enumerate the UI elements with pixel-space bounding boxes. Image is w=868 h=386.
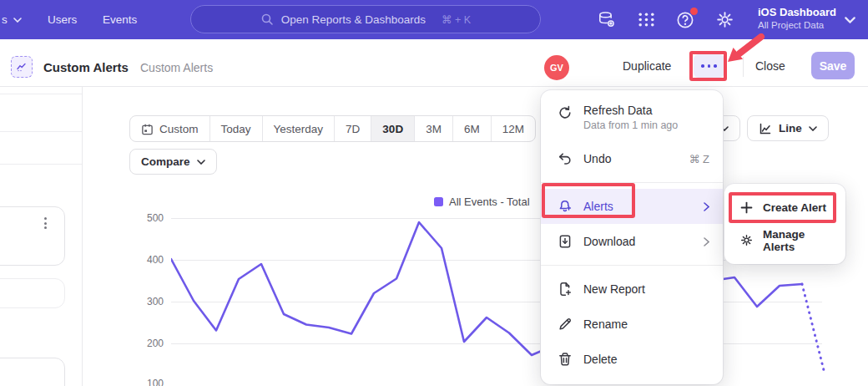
sidebar-row-divider [0, 94, 82, 94]
notification-dot [690, 8, 698, 15]
compare-button[interactable]: Compare [129, 149, 217, 175]
nav-users-label: Users [48, 13, 77, 26]
top-nav: s Users Events Open Reports & Dashboards… [0, 0, 868, 39]
gear-icon [739, 233, 754, 247]
query-card[interactable] [0, 358, 65, 386]
avatar-initials: GV [550, 63, 563, 73]
date-range-control: Custom Today Yesterday 7D 30D 3M 6M 12M [129, 115, 536, 142]
alerts-submenu: Create Alert Manage Alerts [724, 184, 845, 264]
manage-alerts-label: Manage Alerts [763, 228, 834, 253]
date-range-6m[interactable]: 6M [452, 116, 491, 141]
date-range-30d-selected[interactable]: 30D [371, 116, 414, 141]
bell-plus-icon [558, 199, 573, 214]
avatar[interactable]: GV [544, 55, 569, 80]
date-range-label: Custom [159, 123, 199, 135]
query-card[interactable] [0, 206, 65, 266]
search-placeholder: Open Reports & Dashboards [281, 13, 426, 26]
apps-grid-icon[interactable] [636, 9, 657, 30]
menu-item-alerts[interactable]: Alerts [541, 189, 723, 224]
date-range-7d[interactable]: 7D [334, 116, 371, 141]
undo-icon [558, 151, 573, 166]
menu-undo-label: Undo [583, 152, 611, 165]
chart-line-projected [802, 284, 825, 373]
y-axis-tick: 100 [139, 378, 164, 386]
date-range-12m[interactable]: 12M [491, 116, 535, 141]
submenu-item-create-alert[interactable]: Create Alert [724, 191, 845, 224]
save-button[interactable]: Save [811, 52, 855, 79]
chevron-down-icon [13, 18, 22, 23]
more-dot [708, 64, 711, 68]
menu-alerts-label: Alerts [583, 200, 613, 213]
menu-item-rename[interactable]: Rename [541, 307, 723, 342]
settings-gear-icon[interactable] [714, 9, 735, 30]
sidebar-row-divider [0, 131, 82, 132]
report-header: Custom Alerts Custom Alerts GV Duplicate… [0, 39, 868, 87]
y-axis-tick: 500 [139, 212, 164, 224]
calendar-icon [141, 123, 154, 135]
menu-new-report-label: New Report [583, 282, 645, 296]
menu-item-delete[interactable]: Delete [541, 342, 723, 377]
document-plus-icon [558, 282, 573, 297]
sidebar-row-divider [0, 164, 82, 165]
help-icon[interactable] [675, 9, 696, 30]
data-management-icon[interactable] [596, 9, 617, 30]
sidebar-divider [82, 87, 83, 386]
nav-menu-partial-label: s [2, 13, 8, 26]
close-button[interactable]: Close [755, 59, 785, 73]
more-dot [714, 64, 717, 68]
legend-label: All Events - Total [449, 196, 530, 208]
project-scope: All Project Data [758, 20, 836, 30]
menu-divider [541, 182, 723, 183]
search-shortcut: ⌘ + K [442, 13, 471, 26]
page-title: Custom Alerts [43, 60, 129, 74]
y-axis-tick: 300 [139, 296, 164, 307]
more-dot [701, 64, 704, 68]
chevron-down-icon [809, 126, 817, 131]
submenu-item-manage-alerts[interactable]: Manage Alerts [724, 224, 845, 256]
menu-refresh-label: Refresh Data [583, 104, 678, 117]
chevron-down-icon [197, 160, 205, 165]
global-search[interactable]: Open Reports & Dashboards ⌘ + K [190, 5, 541, 33]
date-range-3m[interactable]: 3M [414, 116, 452, 141]
submenu-chevron-right-icon [704, 202, 709, 211]
nav-item-users[interactable]: Users [48, 0, 77, 39]
menu-item-new-report[interactable]: New Report [541, 272, 723, 307]
submenu-chevron-right-icon [704, 237, 709, 246]
report-chart-icon [11, 56, 33, 78]
menu-item-refresh-data[interactable]: Refresh Data Data from 1 min ago [541, 98, 723, 141]
legend-swatch [434, 197, 443, 206]
search-icon [260, 13, 274, 26]
date-range-yesterday[interactable]: Yesterday [262, 116, 335, 141]
download-icon [558, 234, 573, 249]
header-divider [743, 57, 744, 77]
card-options-icon[interactable] [44, 217, 47, 229]
pencil-icon [558, 317, 573, 332]
menu-delete-label: Delete [583, 353, 617, 366]
save-label: Save [820, 59, 847, 73]
nav-events-label: Events [103, 13, 137, 26]
project-switcher[interactable]: iOS Dashboard All Project Data [758, 6, 836, 30]
menu-refresh-sublabel: Data from 1 min ago [583, 119, 678, 131]
date-range-custom[interactable]: Custom [130, 116, 209, 141]
y-axis-tick: 400 [139, 254, 164, 266]
query-card[interactable] [0, 278, 65, 308]
menu-download-label: Download [583, 235, 635, 248]
chart-legend[interactable]: All Events - Total [434, 196, 530, 208]
duplicate-button[interactable]: Duplicate [623, 59, 671, 73]
chart-type-label: Line [779, 122, 802, 135]
project-chevron-down-icon[interactable] [845, 17, 855, 23]
line-chart-icon [759, 122, 772, 135]
nav-item-events[interactable]: Events [103, 0, 137, 39]
date-range-today[interactable]: Today [209, 116, 262, 141]
trash-icon [558, 352, 573, 367]
nav-menu-partial[interactable]: s [2, 0, 22, 39]
more-options-button[interactable] [694, 54, 724, 78]
menu-divider [541, 265, 723, 266]
menu-item-download[interactable]: Download [541, 224, 723, 259]
create-alert-label: Create Alert [763, 201, 826, 214]
menu-item-undo[interactable]: Undo ⌘ Z [541, 141, 723, 176]
chart-type-button[interactable]: Line [747, 115, 829, 141]
context-menu: Refresh Data Data from 1 min ago Undo ⌘ … [541, 90, 723, 384]
app-root: s Users Events Open Reports & Dashboards… [0, 0, 868, 386]
breadcrumb: Custom Alerts [140, 61, 213, 74]
